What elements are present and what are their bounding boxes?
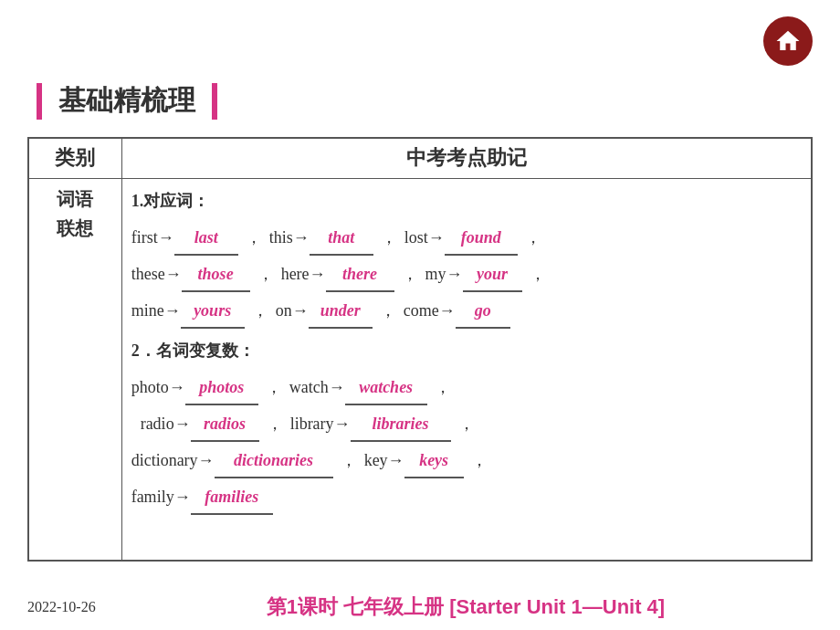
word-watch: watch→	[289, 371, 345, 404]
answer-families: families	[191, 480, 273, 515]
footer: 2022-10-26 第1课时 七年级上册 [Starter Unit 1—Un…	[27, 593, 813, 621]
content-cell: 1.对应词： first→ last ， this→ that ， lost→ …	[121, 179, 811, 561]
home-button[interactable]	[763, 16, 813, 66]
answer-radios: radios	[191, 407, 259, 442]
section-title-text: 基础精梳理	[51, 82, 203, 120]
answer-photos: photos	[185, 371, 258, 405]
title-bar-right	[212, 83, 217, 120]
word-mine: mine→	[131, 294, 181, 327]
word-my: my→	[425, 257, 463, 290]
answer-those: those	[182, 257, 250, 292]
title-bar-left	[37, 83, 42, 120]
word-pairs-row2: these→ those ， here→ there ， my→ your ，	[131, 257, 802, 292]
word-here: here→	[281, 257, 326, 290]
word-pairs-row3: mine→ yours ， on→ under ， come→ go	[131, 294, 802, 329]
col-header-content: 中考考点助记	[121, 139, 811, 179]
answer-keys: keys	[404, 444, 464, 478]
word-this: this→	[269, 221, 310, 254]
word-family: family→	[131, 480, 191, 513]
noun-pairs-row1: photo→ photos ， watch→ watches ，	[131, 371, 802, 405]
answer-found: found	[445, 221, 518, 256]
answer-watches: watches	[345, 371, 427, 405]
word-these: these→	[131, 257, 182, 290]
answer-go: go	[456, 294, 510, 329]
noun-pairs-row3: dictionary→ dictionaries ， key→ keys ，	[131, 444, 802, 478]
noun-pairs-row4: family→ families	[131, 480, 802, 515]
footer-date: 2022-10-26	[27, 599, 119, 615]
word-pairs-row1: first→ last ， this→ that ， lost→ found ，	[131, 221, 802, 256]
main-table-wrap: 类别 中考考点助记 词语联想 1.对应词： first→ last ， this…	[27, 137, 813, 562]
answer-there: there	[326, 257, 394, 292]
answer-yours: yours	[181, 294, 245, 329]
word-key: key→	[364, 444, 404, 477]
word-photo: photo→	[131, 371, 185, 404]
section2-label: 2．名词变复数：	[131, 334, 802, 367]
word-first: first→	[131, 221, 174, 254]
answer-your: your	[463, 257, 522, 292]
answer-dictionaries: dictionaries	[215, 444, 333, 478]
section1-label: 1.对应词：	[131, 184, 802, 217]
word-dictionary: dictionary→	[131, 444, 215, 477]
vocab-table: 类别 中考考点助记 词语联想 1.对应词： first→ last ， this…	[28, 138, 812, 561]
section-title-container: 基础精梳理	[37, 82, 217, 120]
word-radio: radio→	[131, 407, 191, 440]
footer-title: 第1课时 七年级上册 [Starter Unit 1—Unit 4]	[119, 593, 813, 621]
col-header-category: 类别	[29, 139, 122, 179]
word-come: come→	[404, 294, 456, 327]
word-lost: lost→	[404, 221, 445, 254]
answer-under: under	[309, 294, 373, 329]
word-library: library→	[290, 407, 351, 440]
word-on: on→	[276, 294, 309, 327]
noun-pairs-row2: radio→ radios ， library→ libraries ，	[131, 407, 802, 442]
answer-last: last	[174, 221, 238, 256]
category-cell: 词语联想	[29, 179, 122, 561]
answer-that: that	[310, 221, 373, 256]
answer-libraries: libraries	[351, 407, 451, 442]
